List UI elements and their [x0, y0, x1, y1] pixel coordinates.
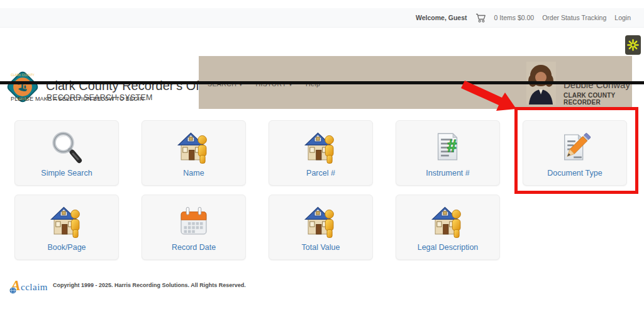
- highlight-rectangle: [514, 107, 638, 194]
- login-link[interactable]: Login: [614, 14, 631, 21]
- acclaim-logo: A cclaim: [11, 278, 48, 293]
- document-hash-icon: [430, 129, 466, 166]
- header: CLARK COUNTY NEVADA Clark County Recorde…: [0, 28, 644, 81]
- globe-icon: [9, 287, 16, 294]
- card-label: Simple Search: [15, 169, 118, 178]
- instruction-text: PLEASE MAKE A SELECTION BELOW TO BEGIN: [11, 96, 144, 102]
- card-label: Total Value: [269, 243, 372, 252]
- acclaim-logo-text: cclaim: [21, 282, 48, 293]
- card-label: Instrument #: [396, 169, 499, 178]
- card-label: Parcel #: [269, 169, 372, 178]
- card-instrument-number[interactable]: Instrument #: [396, 120, 500, 186]
- card-parcel-number[interactable]: Parcel #: [269, 120, 373, 186]
- footer: A cclaim Copyright 1999 - 2025. Harris R…: [11, 278, 246, 293]
- card-record-date[interactable]: Record Date: [142, 195, 246, 260]
- house-person-icon: [48, 203, 85, 240]
- card-label: Book/Page: [15, 243, 118, 252]
- cart-items-link[interactable]: 0 Items $0.00: [494, 14, 535, 21]
- magnifier-icon: [48, 129, 85, 166]
- order-status-tracking-link[interactable]: Order Status Tracking: [542, 14, 606, 21]
- house-person-icon: [303, 203, 339, 240]
- copyright-text: Copyright 1999 - 2025. Harris Recording …: [53, 282, 246, 288]
- card-label: Name: [142, 169, 245, 178]
- house-person-icon: [303, 129, 339, 166]
- card-legal-description[interactable]: Legal Description: [396, 195, 500, 260]
- house-person-icon: [175, 129, 212, 166]
- top-utility-bar: Welcome, Guest 0 Items $0.00 Order Statu…: [0, 8, 644, 28]
- card-total-value[interactable]: Total Value: [269, 195, 373, 260]
- cards-row-2: Book/Page Record Date Total Value Legal …: [14, 195, 500, 260]
- card-simple-search[interactable]: Simple Search: [14, 120, 119, 186]
- card-label: Record Date: [142, 243, 245, 252]
- yellow-asterisk-button[interactable]: [625, 35, 641, 55]
- welcome-text: Welcome, Guest: [416, 14, 467, 21]
- yellow-asterisk-icon: [627, 39, 639, 51]
- house-person-icon: [430, 203, 466, 240]
- card-book-page[interactable]: Book/Page: [14, 195, 119, 260]
- header-divider: [0, 81, 644, 84]
- card-label: Legal Description: [396, 243, 499, 252]
- calendar-icon: [175, 203, 212, 240]
- recorder-title: CLARK COUNTY RECORDER: [564, 92, 632, 106]
- card-name[interactable]: Name: [142, 120, 246, 186]
- svg-text:CLARK COUNTY: CLARK COUNTY: [11, 74, 35, 77]
- cart-icon[interactable]: [475, 13, 486, 23]
